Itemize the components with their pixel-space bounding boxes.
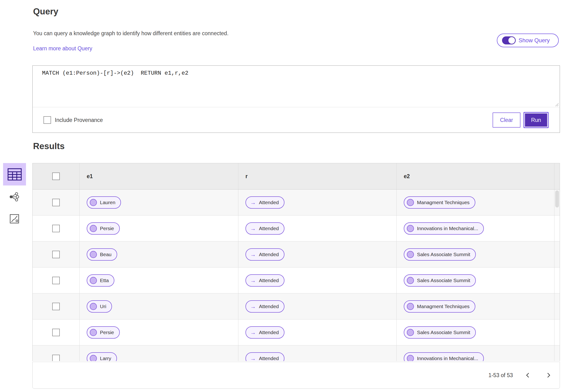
entity-pill[interactable]: Etta: [87, 274, 114, 287]
table-view-icon: [7, 168, 22, 181]
entity-dot-icon: [90, 251, 97, 258]
show-query-toggle[interactable]: Show Query: [497, 34, 559, 47]
relation-arrow-icon: →: [250, 200, 256, 205]
query-description: You can query a knowledge graph to ident…: [33, 30, 228, 37]
query-input[interactable]: MATCH (e1:Person)-[r]->(e2) RETURN e1,r,…: [33, 66, 560, 107]
entity-label: Lauren: [100, 200, 115, 205]
entity-label: Persie: [100, 226, 114, 231]
query-page: Query You can query a knowledge graph to…: [0, 0, 567, 392]
column-header-r: r: [246, 173, 248, 180]
entity-label: Persie: [100, 330, 114, 335]
results-table: e1 r e2 Lauren →Attended Managment Techn…: [32, 163, 560, 361]
entity-dot-icon: [407, 303, 414, 310]
entity-label: Managment Techniques: [417, 304, 470, 309]
chevron-right-icon: [546, 372, 551, 378]
select-all-checkbox[interactable]: [52, 172, 60, 180]
entity-label: Sales Associate Summit: [417, 278, 470, 283]
row-checkbox[interactable]: [52, 251, 60, 258]
entity-pill[interactable]: Sales Associate Summit: [404, 326, 476, 339]
row-checkbox[interactable]: [52, 303, 60, 310]
entity-dot-icon: [90, 303, 97, 310]
entity-dot-icon: [90, 199, 97, 206]
table-row: Persie →Attended Innovations in Mechanic…: [33, 215, 560, 241]
pagination-prev-button[interactable]: [523, 370, 533, 381]
relation-pill[interactable]: →Attended: [246, 300, 284, 313]
entity-pill[interactable]: Persie: [87, 326, 120, 339]
resize-grip-icon[interactable]: [554, 102, 559, 107]
relation-arrow-icon: →: [250, 304, 256, 309]
relation-pill[interactable]: →Attended: [246, 222, 284, 235]
row-checkbox[interactable]: [52, 225, 60, 232]
relation-pill[interactable]: →Attended: [246, 326, 284, 339]
table-row: Etta →Attended Sales Associate Summit: [33, 267, 560, 294]
query-panel: MATCH (e1:Person)-[r]->(e2) RETURN e1,r,…: [32, 65, 560, 133]
entity-label: Etta: [100, 278, 109, 283]
relation-pill[interactable]: →Attended: [246, 274, 284, 287]
view-switcher-chart[interactable]: [7, 211, 22, 226]
table-row: Lauren →Attended Managment Techniques: [33, 190, 560, 215]
relation-arrow-icon: →: [250, 226, 256, 231]
entity-pill[interactable]: Sales Associate Summit: [404, 274, 476, 287]
pagination-next-button[interactable]: [544, 370, 553, 381]
row-checkbox[interactable]: [52, 329, 60, 336]
entity-label: Innovations in Mechanical...: [417, 226, 478, 231]
column-header-e1: e1: [87, 173, 93, 180]
entity-dot-icon: [90, 277, 97, 284]
table-row: Larry →Attended Innovations in Mechanica…: [33, 345, 560, 361]
include-provenance-checkbox[interactable]: [43, 116, 51, 124]
chevron-left-icon: [525, 372, 530, 378]
entity-pill[interactable]: Innovations in Mechanical...: [404, 352, 484, 361]
relation-arrow-icon: →: [250, 356, 256, 361]
entity-dot-icon: [90, 355, 97, 361]
entity-dot-icon: [407, 251, 414, 258]
relation-arrow-icon: →: [250, 330, 256, 335]
table-row: Beau →Attended Sales Associate Summit: [33, 241, 560, 267]
entity-pill[interactable]: Innovations in Mechanical...: [404, 222, 484, 235]
entity-pill[interactable]: Managment Techniques: [404, 196, 475, 209]
entity-pill[interactable]: Managment Techniques: [404, 300, 475, 313]
entity-dot-icon: [407, 355, 414, 361]
entity-label: Uri: [100, 304, 106, 309]
pagination-range-label: 1-53 of 53: [488, 372, 513, 378]
include-provenance-label: Include Provenance: [55, 117, 103, 123]
relation-arrow-icon: →: [250, 252, 256, 257]
learn-more-link[interactable]: Learn more about Query: [33, 45, 92, 52]
row-checkbox[interactable]: [52, 277, 60, 284]
toggle-knob-icon: [508, 37, 515, 44]
relation-label: Attended: [259, 330, 279, 335]
entity-pill[interactable]: Sales Associate Summit: [404, 248, 476, 261]
entity-pill[interactable]: Persie: [87, 222, 120, 235]
relation-pill[interactable]: →Attended: [246, 352, 284, 361]
row-checkbox[interactable]: [52, 355, 60, 361]
relation-label: Attended: [259, 278, 279, 283]
relation-label: Attended: [259, 356, 279, 361]
relation-pill[interactable]: →Attended: [246, 248, 284, 261]
toggle-track: [502, 36, 516, 44]
entity-dot-icon: [407, 277, 414, 284]
entity-pill[interactable]: Uri: [87, 300, 112, 313]
view-switcher-graph[interactable]: [7, 190, 22, 204]
entity-label: Sales Associate Summit: [417, 252, 470, 257]
table-footer: 1-53 of 53: [32, 362, 560, 389]
query-toolbar: Include Provenance Clear Run: [33, 107, 560, 133]
entity-label: Beau: [100, 252, 111, 257]
chart-view-icon: [9, 214, 19, 224]
entity-pill[interactable]: Beau: [87, 248, 117, 261]
entity-label: Larry: [100, 356, 111, 361]
table-row: Persie →Attended Sales Associate Summit: [33, 320, 560, 345]
clear-button[interactable]: Clear: [493, 112, 520, 127]
entity-pill[interactable]: Lauren: [87, 196, 121, 209]
table-row: Uri →Attended Managment Techniques: [33, 294, 560, 320]
relation-pill[interactable]: →Attended: [246, 196, 284, 209]
run-button[interactable]: Run: [524, 113, 548, 127]
graph-view-icon: [9, 192, 20, 202]
entity-dot-icon: [407, 225, 414, 232]
row-checkbox[interactable]: [52, 199, 60, 206]
entity-dot-icon: [407, 199, 414, 206]
entity-pill[interactable]: Larry: [87, 352, 117, 361]
entity-label: Managment Techniques: [417, 200, 470, 205]
entity-label: Innovations in Mechanical...: [417, 356, 478, 361]
entity-label: Sales Associate Summit: [417, 330, 470, 335]
view-switcher-table[interactable]: [3, 163, 26, 185]
table-scrollbar-thumb[interactable]: [555, 190, 559, 208]
